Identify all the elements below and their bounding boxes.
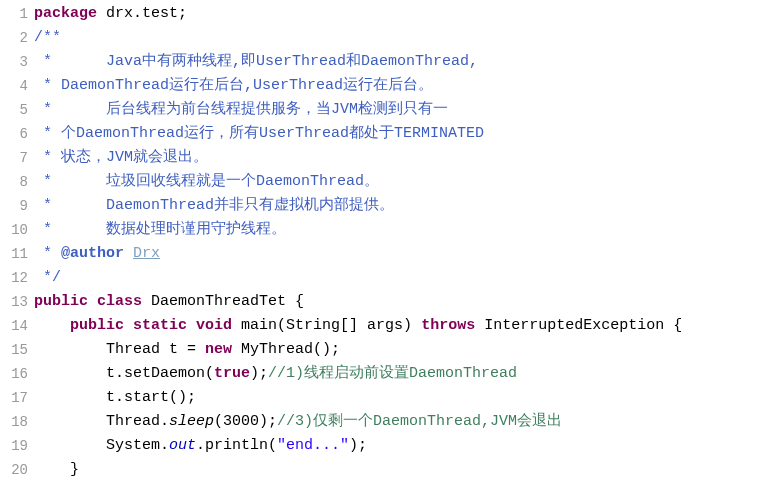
line-number: 9 xyxy=(0,194,34,218)
code-content[interactable]: t.start(); xyxy=(34,386,767,410)
token-plain xyxy=(97,5,106,22)
code-line[interactable]: 13public class DaemonThreadTet { xyxy=(0,290,767,314)
token-doc: * 数据处理时谨用守护线程。 xyxy=(34,221,286,238)
token-ident: t.start(); xyxy=(34,389,196,406)
code-line[interactable]: 10 * 数据处理时谨用守护线程。 xyxy=(0,218,767,242)
code-editor[interactable]: 1package drx.test;2/**3 * Java中有两种线程,即Us… xyxy=(0,0,767,482)
code-line[interactable]: 20 } xyxy=(0,458,767,482)
line-number: 17 xyxy=(0,386,34,410)
code-content[interactable]: * 后台线程为前台线程提供服务，当JVM检测到只有一 xyxy=(34,98,767,122)
code-content[interactable]: } xyxy=(34,458,767,482)
token-kw: new xyxy=(205,341,232,358)
line-number: 8 xyxy=(0,170,34,194)
token-ident: ); xyxy=(250,365,268,382)
line-number: 18 xyxy=(0,410,34,434)
token-ident: .println( xyxy=(196,437,277,454)
token-ident: System. xyxy=(34,437,169,454)
code-line[interactable]: 2/** xyxy=(0,26,767,50)
code-content[interactable]: * 数据处理时谨用守护线程。 xyxy=(34,218,767,242)
token-doc: * 个DaemonThread运行，所有UserThread都处于TERMINA… xyxy=(34,125,484,142)
code-content[interactable]: * 垃圾回收线程就是一个DaemonThread。 xyxy=(34,170,767,194)
code-line[interactable]: 6 * 个DaemonThread运行，所有UserThread都处于TERMI… xyxy=(0,122,767,146)
token-kw: public xyxy=(34,293,88,310)
code-line[interactable]: 8 * 垃圾回收线程就是一个DaemonThread。 xyxy=(0,170,767,194)
token-kw: throws xyxy=(421,317,475,334)
code-line[interactable]: 12 */ xyxy=(0,266,767,290)
code-line[interactable]: 1package drx.test; xyxy=(0,2,767,26)
code-line[interactable]: 11 * @author Drx xyxy=(0,242,767,266)
token-kw: public xyxy=(70,317,124,334)
token-ident: Thread t = xyxy=(34,341,205,358)
code-content[interactable]: package drx.test; xyxy=(34,2,767,26)
token-ident: InterruptedException { xyxy=(475,317,682,334)
code-content[interactable]: * DaemonThread并非只有虚拟机内部提供。 xyxy=(34,194,767,218)
token-ident: } xyxy=(34,461,79,478)
token-ident: DaemonThreadTet { xyxy=(142,293,304,310)
code-line[interactable]: 18 Thread.sleep(3000);//3)仅剩一个DaemonThre… xyxy=(0,410,767,434)
code-line[interactable]: 5 * 后台线程为前台线程提供服务，当JVM检测到只有一 xyxy=(0,98,767,122)
token-field: out xyxy=(169,437,196,454)
token-plain xyxy=(88,293,97,310)
token-cmt: //3)仅剩一个DaemonThread,JVM会退出 xyxy=(277,413,562,430)
code-line[interactable]: 7 * 状态，JVM就会退出。 xyxy=(0,146,767,170)
line-number: 12 xyxy=(0,266,34,290)
token-cmt: //1)线程启动前设置DaemonThread xyxy=(268,365,517,382)
code-content[interactable]: */ xyxy=(34,266,767,290)
code-line[interactable]: 9 * DaemonThread并非只有虚拟机内部提供。 xyxy=(0,194,767,218)
token-doc: * DaemonThread运行在后台,UserThread运行在后台。 xyxy=(34,77,433,94)
code-content[interactable]: System.out.println("end..."); xyxy=(34,434,767,458)
line-number: 15 xyxy=(0,338,34,362)
code-line[interactable]: 17 t.start(); xyxy=(0,386,767,410)
code-line[interactable]: 15 Thread t = new MyThread(); xyxy=(0,338,767,362)
line-number: 20 xyxy=(0,458,34,482)
token-doctag: @author xyxy=(61,245,124,262)
token-ident: main(String[] args) xyxy=(232,317,421,334)
token-doc: * DaemonThread并非只有虚拟机内部提供。 xyxy=(34,197,394,214)
token-plain xyxy=(34,317,70,334)
line-number: 5 xyxy=(0,98,34,122)
token-doc: /** xyxy=(34,29,61,46)
token-doc: * 状态，JVM就会退出。 xyxy=(34,149,208,166)
token-doc: */ xyxy=(34,269,61,286)
code-content[interactable]: /** xyxy=(34,26,767,50)
code-content[interactable]: * DaemonThread运行在后台,UserThread运行在后台。 xyxy=(34,74,767,98)
code-content[interactable]: * Java中有两种线程,即UserThread和DaemonThread, xyxy=(34,50,767,74)
line-number: 16 xyxy=(0,362,34,386)
token-docline: Drx xyxy=(133,245,160,262)
token-ident: Thread. xyxy=(34,413,169,430)
code-content[interactable]: public static void main(String[] args) t… xyxy=(34,314,767,338)
code-line[interactable]: 19 System.out.println("end..."); xyxy=(0,434,767,458)
token-doc xyxy=(124,245,133,262)
token-kw: true xyxy=(214,365,250,382)
code-line[interactable]: 14 public static void main(String[] args… xyxy=(0,314,767,338)
token-kw: class xyxy=(97,293,142,310)
token-pkg: drx.test; xyxy=(106,5,187,22)
token-kw: static xyxy=(133,317,187,334)
code-line[interactable]: 3 * Java中有两种线程,即UserThread和DaemonThread, xyxy=(0,50,767,74)
token-doc: * Java中有两种线程,即UserThread和DaemonThread, xyxy=(34,53,478,70)
code-content[interactable]: t.setDaemon(true);//1)线程启动前设置DaemonThrea… xyxy=(34,362,767,386)
token-ident: MyThread(); xyxy=(232,341,340,358)
code-content[interactable]: Thread.sleep(3000);//3)仅剩一个DaemonThread,… xyxy=(34,410,767,434)
line-number: 3 xyxy=(0,50,34,74)
token-staticm: sleep xyxy=(169,413,214,430)
token-doc: * xyxy=(34,245,61,262)
line-number: 4 xyxy=(0,74,34,98)
code-content[interactable]: * 个DaemonThread运行，所有UserThread都处于TERMINA… xyxy=(34,122,767,146)
code-line[interactable]: 4 * DaemonThread运行在后台,UserThread运行在后台。 xyxy=(0,74,767,98)
line-number: 6 xyxy=(0,122,34,146)
code-content[interactable]: * @author Drx xyxy=(34,242,767,266)
token-doc: * 垃圾回收线程就是一个DaemonThread。 xyxy=(34,173,379,190)
code-content[interactable]: public class DaemonThreadTet { xyxy=(34,290,767,314)
token-kw: void xyxy=(196,317,232,334)
line-number: 2 xyxy=(0,26,34,50)
token-doc: * 后台线程为前台线程提供服务，当JVM检测到只有一 xyxy=(34,101,448,118)
code-content[interactable]: Thread t = new MyThread(); xyxy=(34,338,767,362)
token-ident: ); xyxy=(349,437,367,454)
token-ident: t.setDaemon( xyxy=(34,365,214,382)
line-number: 11 xyxy=(0,242,34,266)
code-content[interactable]: * 状态，JVM就会退出。 xyxy=(34,146,767,170)
line-number: 14 xyxy=(0,314,34,338)
line-number: 19 xyxy=(0,434,34,458)
code-line[interactable]: 16 t.setDaemon(true);//1)线程启动前设置DaemonTh… xyxy=(0,362,767,386)
